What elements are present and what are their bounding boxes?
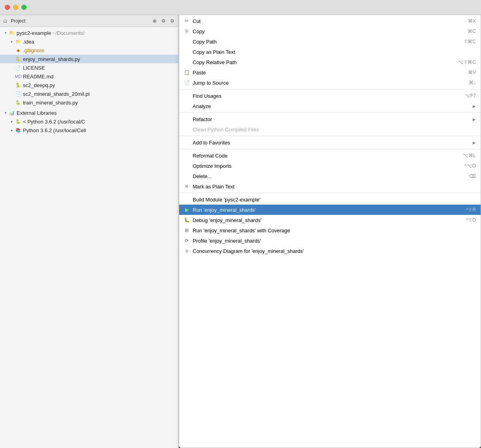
sc2mineral-label: sc2_mineral_shards_20mil.pl	[23, 91, 89, 97]
menu-item-add-favorites[interactable]: Add to Favorites ▶	[179, 137, 481, 148]
menu-item-run-coverage[interactable]: ⊞ Run 'enjoy_mineral_shards' with Covera…	[179, 225, 481, 235]
python-icon-sc2deepq: 🐍	[15, 82, 21, 88]
menu-run-label: Run 'enjoy_mineral_shards'	[193, 207, 458, 213]
folder-icon: 📁	[9, 30, 15, 36]
close-button[interactable]	[5, 5, 10, 10]
menu-mark-plain-label: Mark as Plain Text	[193, 184, 476, 190]
tree-item-gitignore[interactable]: ◆ .gitignore	[0, 46, 178, 55]
debug-icon: 🐛	[182, 217, 191, 223]
mark-plain-icon: ✕	[182, 184, 191, 189]
idea-label: .idea	[23, 39, 34, 45]
python-lib2-icon: 📚	[15, 127, 21, 133]
menu-item-copy[interactable]: ⎘ Copy ⌘C	[179, 26, 481, 36]
menu-item-copy-path[interactable]: Copy Path ⇧⌘C	[179, 36, 481, 47]
copy-icon: ⎘	[182, 28, 191, 34]
python-icon-train: 🐍	[15, 99, 21, 106]
python-lib2-label: Python 3.6.2 (/usr/local/Cell	[23, 127, 86, 133]
menu-analyze-label: Analyze	[193, 103, 470, 109]
menu-item-copy-relative[interactable]: Copy Relative Path ⌥⇧⌘C	[179, 57, 481, 67]
refactor-arrow: ▶	[473, 117, 476, 121]
tree-arrow-ext	[3, 110, 8, 115]
toolbar-gear-icon[interactable]: ⚙	[169, 18, 175, 24]
analyze-arrow: ▶	[473, 104, 476, 108]
menu-item-run[interactable]: ▶ Run 'enjoy_mineral_shards' ^⇧R	[179, 205, 481, 215]
menu-item-debug[interactable]: 🐛 Debug 'enjoy_mineral_shards' ^⇧D	[179, 215, 481, 225]
tree-item-enjoy[interactable]: 🐍 enjoy_mineral_shards.py	[0, 55, 178, 63]
menu-concurrency-label: Concurrency Diagram for 'enjoy_mineral_s…	[193, 248, 476, 254]
license-label: LICENSE	[23, 65, 45, 71]
ext-lib-icon: 📊	[9, 110, 15, 116]
menu-item-paste[interactable]: 📋 Paste ⌘V	[179, 67, 481, 78]
menu-paste-label: Paste	[193, 70, 460, 76]
menu-jump-source-label: Jump to Source	[193, 80, 461, 86]
menu-copy-relative-label: Copy Relative Path	[193, 59, 450, 65]
tree-item-sc2mineral[interactable]: 📄 sc2_mineral_shards_20mil.pl	[0, 89, 178, 98]
title-bar	[0, 0, 481, 15]
menu-find-usages-label: Find Usages	[193, 93, 457, 99]
separator-4	[179, 136, 481, 136]
toolbar-settings-icon[interactable]: ⚙	[160, 18, 167, 24]
menu-item-optimize-imports[interactable]: Optimize Imports ^⌥O	[179, 161, 481, 171]
menu-item-analyze[interactable]: Analyze ▶	[179, 101, 481, 111]
menu-copy-path-shortcut: ⇧⌘C	[464, 39, 476, 44]
menu-item-build[interactable]: Build Module 'pysc2-example'	[179, 194, 481, 205]
menu-run-coverage-label: Run 'enjoy_mineral_shards' with Coverage	[193, 228, 476, 233]
tree-item-python-lib1[interactable]: 🐍 < Python 3.6.2 (/usr/local/C	[0, 117, 178, 126]
python-icon-enjoy: 🐍	[15, 56, 21, 62]
ext-libs-label: External Libraries	[17, 110, 57, 116]
project-toolbar: 🗂 Project ⊕ ⚙ ⚙	[0, 15, 178, 27]
text-icon-sc2mineral: 📄	[15, 91, 21, 97]
jump-source-icon: 📄	[182, 80, 191, 85]
tree-item-license[interactable]: 📄 LICENSE	[0, 63, 178, 72]
menu-item-reformat[interactable]: Reformat Code ⌥⌘L	[179, 150, 481, 161]
menu-jump-source-shortcut: ⌘↓	[469, 80, 476, 85]
menu-item-delete[interactable]: Delete... ⌫	[179, 171, 481, 181]
separator-6	[179, 193, 481, 193]
license-icon: 📄	[15, 65, 21, 71]
tree-item-sc2deepq[interactable]: 🐍 sc2_deepq.py	[0, 81, 178, 89]
python-lib1-icon: 🐍	[15, 118, 21, 125]
menu-item-concurrency[interactable]: ≡ Concurrency Diagram for 'enjoy_mineral…	[179, 246, 481, 256]
tree-arrow-lib2	[9, 128, 14, 133]
menu-item-cut[interactable]: ✂ Cut ⌘X	[179, 16, 481, 26]
menu-optimize-shortcut: ^⌥O	[464, 163, 476, 169]
menu-refactor-label: Refactor	[193, 116, 470, 122]
menu-debug-shortcut: ^⇧D	[466, 217, 476, 223]
minimize-button[interactable]	[13, 5, 18, 10]
train-label: train_mineral_shards.py	[23, 100, 78, 106]
menu-paste-shortcut: ⌘V	[468, 70, 476, 75]
sc2deepq-label: sc2_deepq.py	[23, 82, 55, 88]
menu-delete-shortcut: ⌫	[469, 173, 476, 179]
gitignore-icon: ◆	[15, 47, 21, 53]
menu-profile-label: Profile 'enjoy_mineral_shards'	[193, 238, 476, 244]
tree-item-train[interactable]: 🐍 train_mineral_shards.py	[0, 98, 178, 107]
separator-2	[179, 89, 481, 89]
menu-copy-relative-shortcut: ⌥⇧⌘C	[458, 59, 476, 65]
menu-item-profile[interactable]: ⟳ Profile 'enjoy_mineral_shards'	[179, 235, 481, 246]
paste-icon: 📋	[182, 70, 191, 75]
menu-debug-label: Debug 'enjoy_mineral_shards'	[193, 217, 458, 223]
menu-copy-shortcut: ⌘C	[468, 28, 476, 34]
menu-item-refactor[interactable]: Refactor ▶	[179, 114, 481, 124]
python-lib1-label: < Python 3.6.2 (/usr/local/C	[23, 119, 85, 125]
menu-item-copy-plain[interactable]: Copy as Plain Text	[179, 47, 481, 57]
tree-item-idea[interactable]: 📁 .idea	[0, 37, 178, 46]
tree-item-readme[interactable]: MD README.md	[0, 72, 178, 81]
menu-item-mark-plain[interactable]: ✕ Mark as Plain Text	[179, 181, 481, 192]
menu-reformat-label: Reformat Code	[193, 153, 455, 159]
menu-copy-plain-label: Copy as Plain Text	[193, 49, 476, 55]
tree-arrow-root	[3, 30, 8, 35]
maximize-button[interactable]	[21, 5, 27, 10]
toolbar-expand-icon[interactable]: ⊕	[151, 18, 158, 24]
concurrency-icon: ≡	[182, 248, 191, 254]
menu-cut-shortcut: ⌘X	[468, 18, 476, 24]
tree-item-ext-libs[interactable]: 📊 External Libraries	[0, 108, 178, 117]
tree-item-python-lib2[interactable]: 📚 Python 3.6.2 (/usr/local/Cell	[0, 126, 178, 135]
menu-item-find-usages[interactable]: Find Usages ⌥F7	[179, 91, 481, 101]
menu-item-jump-source[interactable]: 📄 Jump to Source ⌘↓	[179, 78, 481, 88]
readme-label: README.md	[23, 74, 53, 80]
separator-5	[179, 149, 481, 149]
tree-arrow-lib1	[9, 119, 14, 124]
project-panel: 🗂 Project ⊕ ⚙ ⚙ 📁 pysc2-example ~/Docume…	[0, 15, 179, 448]
tree-root-item[interactable]: 📁 pysc2-example ~/Documents/	[0, 28, 178, 37]
